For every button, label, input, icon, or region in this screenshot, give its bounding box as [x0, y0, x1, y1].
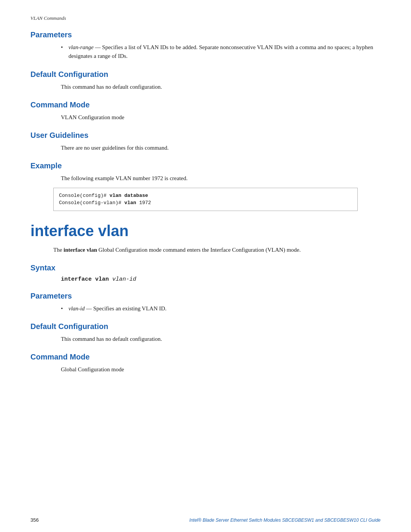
code-block-1: Console(config)# vlan database Console(c… — [53, 188, 358, 211]
footer-title: Intel® Blade Server Ethernet Switch Modu… — [190, 518, 381, 523]
user-guidelines-heading: User Guidelines — [30, 131, 381, 140]
syntax-code: interface vlan vlan-id — [61, 276, 381, 283]
example-heading: Example — [30, 161, 381, 170]
bullet-italic-2: vlan-id — [68, 305, 85, 312]
footer: 356 Intel® Blade Server Ethernet Switch … — [0, 517, 411, 523]
default-config-heading-1: Default Configuration — [30, 70, 381, 79]
command-mode-heading-2: Command Mode — [30, 353, 381, 361]
bullet-rest-1: — Specifies a list of VLAN IDs to be add… — [68, 44, 373, 59]
syntax-heading: Syntax — [30, 264, 381, 272]
code-line2-plain: Console(config-vlan)# — [59, 200, 124, 206]
interface-vlan-title: interface vlan — [30, 222, 381, 240]
parameters-bullet-2: vlan-id — Specifies an existing VLAN ID. — [68, 304, 381, 313]
code-line2-bold: vlan — [124, 200, 136, 206]
code-line2-num: 1972 — [136, 200, 151, 206]
parameters-heading-1: Parameters — [30, 30, 381, 39]
example-text: The following example VLAN number 1972 i… — [61, 174, 381, 183]
syntax-bold: interface vlan — [61, 276, 109, 283]
parameters-bullet-1: vlan-range — Specifies a list of VLAN ID… — [68, 43, 381, 61]
intro-bold: interface vlan — [64, 247, 97, 253]
command-mode-text-2: Global Configuration mode — [61, 365, 381, 374]
command-mode-heading-1: Command Mode — [30, 101, 381, 109]
page-content: VLAN Commands Parameters vlan-range — Sp… — [0, 0, 411, 400]
code-line1-plain: Console(config)# — [59, 193, 110, 198]
intro-rest: Global Configuration mode command enters… — [97, 247, 301, 253]
parameters-heading-2: Parameters — [30, 292, 381, 300]
header-label: VLAN Commands — [30, 15, 381, 21]
default-config-text-2: This command has no default configuratio… — [61, 335, 381, 343]
default-config-heading-2: Default Configuration — [30, 322, 381, 331]
bullet-italic-1: vlan-range — [68, 44, 94, 50]
code-line1-bold: vlan database — [110, 193, 148, 198]
command-mode-text-1: VLAN Configuration mode — [61, 113, 381, 122]
code-line-2: Console(config-vlan)# vlan 1972 — [59, 199, 352, 207]
bullet-rest-2: — Specifies an existing VLAN ID. — [85, 305, 167, 312]
interface-vlan-intro: The interface vlan Global Configuration … — [53, 246, 381, 254]
default-config-text-1: This command has no default configuratio… — [61, 83, 381, 91]
code-line-1: Console(config)# vlan database — [59, 192, 352, 200]
syntax-italic: vlan-id — [109, 276, 136, 283]
footer-page-number: 356 — [30, 517, 39, 523]
user-guidelines-text: There are no user guidelines for this co… — [61, 144, 381, 152]
